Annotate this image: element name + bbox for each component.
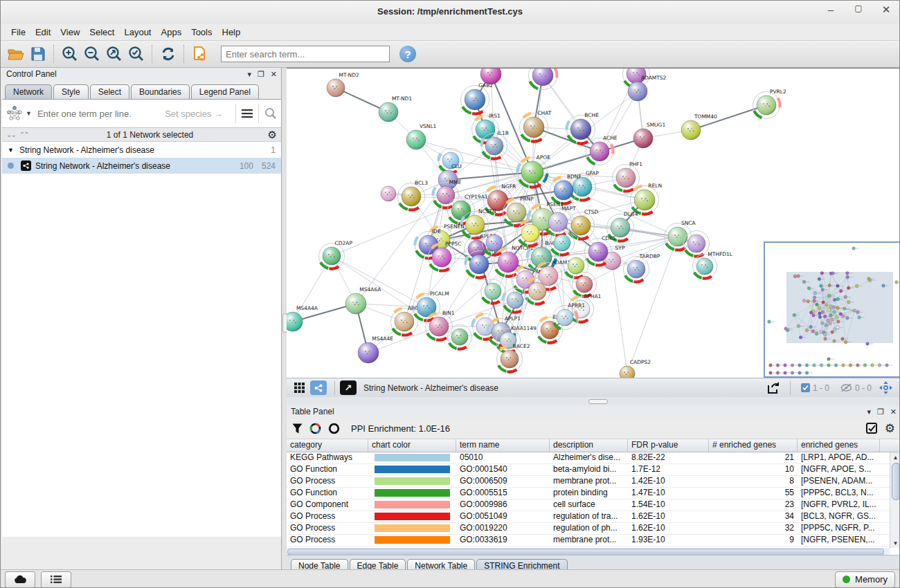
table-row[interactable]: GO FunctionGO:0005515protein binding1.47… xyxy=(287,488,900,499)
node-CADPS2[interactable]: CADPS2 xyxy=(620,359,651,378)
node-u12[interactable] xyxy=(448,325,472,349)
zoom-selected-button[interactable] xyxy=(125,44,147,64)
save-session-button[interactable] xyxy=(27,44,49,64)
panel-splitter-horizontal[interactable] xyxy=(287,397,900,405)
expand-triangle-icon[interactable]: ▼ xyxy=(8,147,14,154)
node-PPP5C[interactable]: PPP5C xyxy=(429,241,462,271)
splitter-handle[interactable] xyxy=(588,399,608,404)
tab-legend-panel[interactable]: Legend Panel xyxy=(191,84,259,99)
network-view[interactable]: MT-ND2MT-ND1VSNL1GAB2ADAMTS2SMUG1TOMM40P… xyxy=(287,68,900,378)
node-u3[interactable] xyxy=(483,231,507,255)
table-row[interactable]: GO ProcessGO:0006509membrane prot...1.42… xyxy=(287,476,900,488)
birds-eye-view[interactable] xyxy=(764,241,900,378)
menu-view[interactable]: View xyxy=(55,26,84,39)
string-query-input[interactable] xyxy=(36,108,165,120)
maximize-button[interactable]: ▢ xyxy=(852,3,865,16)
node-BACE2[interactable]: BACE2 xyxy=(497,343,530,372)
refresh-button[interactable] xyxy=(157,44,179,64)
export-network-button[interactable] xyxy=(189,44,211,64)
tab-network[interactable]: Network xyxy=(5,84,52,99)
zoom-out-button[interactable] xyxy=(81,44,103,64)
column-header-term-name[interactable]: term name xyxy=(456,439,550,452)
panel-close-icon[interactable]: ✕ xyxy=(890,407,897,416)
table-row[interactable]: GO ProcessGO:0033619membrane prot...1.93… xyxy=(287,535,900,546)
select-all-checkbox-icon[interactable] xyxy=(866,423,878,434)
menu-edit[interactable]: Edit xyxy=(30,26,55,39)
table-horizontal-scrollbar[interactable] xyxy=(287,548,890,555)
string-network-button[interactable] xyxy=(310,380,327,395)
birds-eye-graph[interactable] xyxy=(765,243,899,376)
node-PVRL2[interactable]: PVRL2 xyxy=(753,89,786,119)
help-button[interactable]: ? xyxy=(399,46,416,62)
navigate-button[interactable] xyxy=(877,380,894,395)
network-tree-row[interactable]: ▼String Network - Alzheimer's disease1 xyxy=(2,142,281,158)
column-header-FDR-p-value[interactable]: FDR p-value xyxy=(628,439,709,452)
ring-chart-icon[interactable] xyxy=(328,423,340,434)
scroll-up-arrow[interactable]: ▲ xyxy=(890,452,900,462)
node-MS4A6A[interactable]: MS4A6A xyxy=(345,286,381,314)
column-header-description[interactable]: description xyxy=(550,439,628,452)
panel-float-icon[interactable]: ❐ xyxy=(877,407,884,416)
table-vertical-scrollbar[interactable]: ▲ ▼ xyxy=(890,452,900,548)
node-TOMM40[interactable]: TOMM40 xyxy=(681,113,717,140)
scrollbar-thumb[interactable] xyxy=(892,463,900,500)
table-settings-gear-icon[interactable]: ⚙ xyxy=(885,421,895,436)
node-u6[interactable] xyxy=(564,254,588,278)
menu-layout[interactable]: Layout xyxy=(119,26,156,39)
node-u10[interactable] xyxy=(481,279,505,304)
memory-button[interactable]: Memory xyxy=(835,571,895,588)
tab-select[interactable]: Select xyxy=(90,84,129,99)
string-search-icon[interactable] xyxy=(264,107,277,120)
tab-style[interactable]: Style xyxy=(53,84,89,99)
node-MT-ND1[interactable]: MT-ND1 xyxy=(379,95,412,122)
menu-file[interactable]: File xyxy=(6,26,30,39)
node-u11[interactable] xyxy=(684,231,710,257)
scrollbar-thumb[interactable] xyxy=(287,549,884,555)
close-button[interactable]: ✕ xyxy=(880,3,892,16)
cloud-tasks-button[interactable] xyxy=(5,571,35,588)
network-options-gear-icon[interactable]: ⚙ xyxy=(268,129,277,141)
node-u5[interactable] xyxy=(550,231,575,255)
node-nt2[interactable] xyxy=(529,68,557,90)
node-MT-ND2[interactable]: MT-ND2 xyxy=(327,72,359,97)
species-hint[interactable]: Set species → xyxy=(165,109,223,119)
node-SMUG1[interactable]: SMUG1 xyxy=(633,122,665,148)
column-header-enriched-genes[interactable]: enriched genes xyxy=(798,439,880,452)
open-in-window-button[interactable]: ↗ xyxy=(340,380,357,395)
filter-icon[interactable] xyxy=(292,423,303,434)
column-header-category[interactable]: category xyxy=(287,439,368,452)
panel-splitter-vertical[interactable] xyxy=(282,68,287,569)
node-TARDBP[interactable]: TARDBP xyxy=(624,253,660,282)
node-BCL3[interactable]: BCL3 xyxy=(398,180,429,210)
table-row[interactable]: KEGG Pathways05010Alzheimer's dise...8.8… xyxy=(287,452,900,464)
task-history-button[interactable] xyxy=(41,571,71,588)
menu-apps[interactable]: Apps xyxy=(156,26,187,39)
zoom-in-button[interactable] xyxy=(59,44,81,64)
node-u8[interactable] xyxy=(503,288,527,313)
scroll-down-arrow[interactable]: ▼ xyxy=(890,538,900,548)
string-source-caret-icon[interactable]: ▼ xyxy=(26,110,32,117)
column-header--enriched-genes[interactable]: # enriched genes xyxy=(709,439,798,452)
panel-close-icon[interactable]: ✕ xyxy=(271,70,277,79)
tab-boundaries[interactable]: Boundaries xyxy=(131,84,190,99)
zoom-fit-button[interactable] xyxy=(103,44,125,64)
table-row[interactable]: GO ProcessGO:0019220regulation of ph...1… xyxy=(287,523,900,535)
export-view-button[interactable] xyxy=(766,380,782,395)
node-VSNL1[interactable]: VSNL1 xyxy=(406,123,437,149)
menu-tools[interactable]: Tools xyxy=(186,26,217,39)
grid-view-button[interactable] xyxy=(291,380,307,395)
table-row[interactable]: GO ComponentGO:0009986cell surface1.54E-… xyxy=(287,499,900,511)
menu-help[interactable]: Help xyxy=(217,26,246,39)
panel-float-icon[interactable]: ❐ xyxy=(258,70,264,79)
string-options-icon[interactable] xyxy=(242,109,253,118)
node-u14[interactable] xyxy=(381,186,396,201)
table-row[interactable]: GO ProcessGO:0051049regulation of tra...… xyxy=(287,511,900,523)
table-row[interactable]: GO FunctionGO:0001540beta-amyloid bi...1… xyxy=(287,464,900,476)
pie-chart-icon[interactable] xyxy=(309,423,321,434)
node-MS4A4E[interactable]: MS4A4E xyxy=(358,336,393,363)
expand-all-icon[interactable]: ⌃⌃ xyxy=(19,131,28,138)
open-session-button[interactable] xyxy=(5,44,27,64)
panel-menu-icon[interactable]: ▾ xyxy=(247,70,251,79)
network-tree-row[interactable]: String Network - Alzheimer's disease1005… xyxy=(2,158,281,174)
column-header-chart-color[interactable]: chart color xyxy=(368,439,456,452)
